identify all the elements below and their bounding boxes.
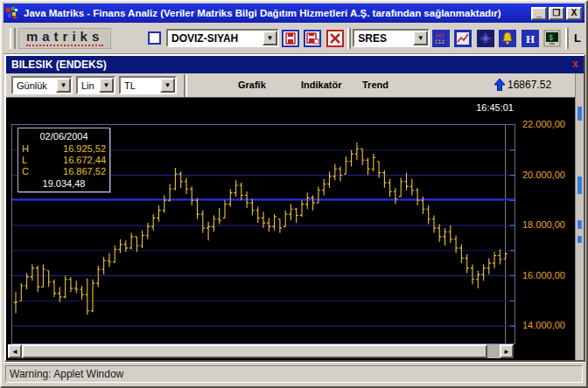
legend-close-value: 16.867,52: [63, 166, 106, 177]
market-monitor-button[interactable]: $: [543, 29, 562, 48]
chevron-down-icon[interactable]: ▼: [56, 78, 71, 93]
study-select[interactable]: SRES ▼: [353, 29, 430, 47]
symbol-checkbox[interactable]: [148, 31, 161, 45]
last-price-box: 16867.52: [494, 79, 551, 91]
app-window: Java Matriks - Finans Analiz (Veriler Ma…: [0, 0, 588, 388]
svg-text:C12: C12: [435, 38, 444, 45]
chart-title: BILESIK (ENDEKS): [11, 59, 107, 71]
overflow-label[interactable]: L: [574, 31, 581, 45]
legend-close-row: C 16.867,52: [22, 166, 106, 177]
logo-text: matriks: [26, 30, 103, 46]
chevron-down-icon[interactable]: ▼: [160, 78, 175, 93]
chart-button[interactable]: [454, 29, 472, 48]
y-axis-label: 20.000,00: [522, 170, 565, 180]
status-text: Warning: Applet Window: [5, 365, 583, 383]
maximize-button[interactable]: ❒: [549, 7, 564, 20]
chart-toolbar: Günlük ▼ Lin ▼ TL ▼ Grafik Indikatör Tre…: [6, 73, 584, 98]
legend-high-label: H: [22, 143, 34, 154]
monitor-dollar-icon: $: [543, 30, 561, 47]
svg-text:H: H: [526, 32, 535, 45]
legend-low-row: L 16.672,44: [22, 155, 106, 165]
menu-grafik[interactable]: Grafik: [238, 80, 266, 90]
currency-select[interactable]: TL ▼: [119, 76, 177, 94]
save-icon: [282, 30, 299, 47]
chart-close-icon[interactable]: x: [572, 59, 578, 71]
currency-select-value: TL: [124, 80, 136, 91]
chart-titlebar[interactable]: BILESIK (ENDEKS) x: [6, 56, 584, 73]
news-button[interactable]: H: [521, 29, 539, 48]
last-price-value: 16867.52: [508, 79, 551, 91]
y-axis-label: 14.000,00: [522, 320, 565, 330]
close-button[interactable]: X: [566, 7, 582, 20]
bell-icon: [499, 30, 516, 47]
period-select[interactable]: Günlük ▼: [11, 76, 73, 94]
svg-text:$: $: [549, 33, 553, 42]
chart-icon: [454, 30, 472, 47]
svg-text:AB1: AB1: [435, 32, 444, 38]
legend-box: 02/06/2004 H 16.925,52 L 16.672,44 C 16.…: [18, 128, 110, 192]
clock-label: 16:45:01: [417, 102, 514, 113]
alarm-button[interactable]: [499, 29, 517, 48]
up-arrow-icon: [494, 79, 505, 91]
legend-high-row: H 16.925,52: [22, 143, 106, 154]
window-title: Java Matriks - Finans Analiz (Veriler Ma…: [24, 8, 529, 18]
app-icon: [6, 6, 20, 20]
matrix-star-icon: [477, 30, 494, 47]
delete-button[interactable]: [326, 29, 344, 48]
mini-scrollbar[interactable]: [575, 73, 584, 360]
chevron-down-icon[interactable]: ▼: [99, 78, 114, 93]
legend-high-value: 16.925,52: [63, 143, 106, 154]
delete-x-icon: [326, 30, 344, 47]
symbol-select-value: DOVIZ-SIYAH: [172, 32, 238, 45]
chart-toolbar-separator: [184, 74, 187, 97]
toolbar-grip[interactable]: [10, 28, 16, 49]
menu-trend[interactable]: Trend: [362, 80, 388, 90]
legend-low-value: 16.672,44: [63, 155, 106, 165]
titlebar[interactable]: Java Matriks - Finans Analiz (Veriler Ma…: [4, 3, 584, 23]
legend-close-label: C: [22, 166, 34, 177]
chevron-down-icon[interactable]: ▼: [413, 31, 428, 45]
period-select-value: Günlük: [17, 80, 47, 91]
matrix-button[interactable]: [476, 29, 494, 48]
y-axis-label: 22.000,00: [522, 119, 565, 129]
quote-list-icon: AB1 C12: [432, 30, 450, 47]
scale-select[interactable]: Lin ▼: [76, 76, 116, 94]
matriks-logo: matriks: [18, 28, 111, 49]
status-bar: Warning: Applet Window: [4, 362, 584, 385]
y-axis-label: 18.000,00: [522, 219, 565, 230]
horizontal-scrollbar[interactable]: ◄ ►: [8, 344, 514, 358]
study-select-value: SRES: [358, 32, 387, 45]
scrollbar-thumb[interactable]: [22, 344, 487, 358]
legend-indicator-value: 19.034,48: [22, 178, 106, 189]
legend-low-label: L: [22, 155, 34, 165]
toolbar-separator: [347, 28, 351, 49]
save-button[interactable]: [281, 29, 299, 48]
legend-date: 02/06/2004: [22, 131, 106, 142]
y-axis-label: 16.000,00: [522, 270, 565, 281]
y-axis: 22.000,0020.000,0018.000,0016.000,0014.0…: [521, 124, 578, 344]
chart-window: BILESIK (ENDEKS) x Günlük ▼ Lin ▼ TL ▼ G…: [4, 54, 585, 362]
minimize-button[interactable]: _: [531, 7, 547, 20]
scale-select-value: Lin: [81, 80, 94, 91]
quote-list-button[interactable]: AB1 C12: [431, 29, 450, 48]
chevron-down-icon[interactable]: ▼: [262, 31, 277, 45]
symbol-select[interactable]: DOVIZ-SIYAH ▼: [166, 29, 279, 47]
main-toolbar: matriks DOVIZ-SIYAH ▼: [4, 23, 584, 54]
scroll-left-icon[interactable]: ◄: [8, 344, 22, 358]
chart-body: 16:45:01 22.000,0020.000,0018.000,0016.0…: [6, 98, 575, 360]
scrollbar-track[interactable]: [487, 344, 500, 358]
save-as-button[interactable]: [303, 29, 321, 48]
letter-h-icon: H: [522, 30, 539, 47]
menu-indikator[interactable]: Indikatör: [301, 80, 341, 90]
toolbar-separator: [565, 28, 569, 49]
save-as-icon: [304, 30, 321, 47]
scroll-right-icon[interactable]: ►: [500, 344, 514, 358]
